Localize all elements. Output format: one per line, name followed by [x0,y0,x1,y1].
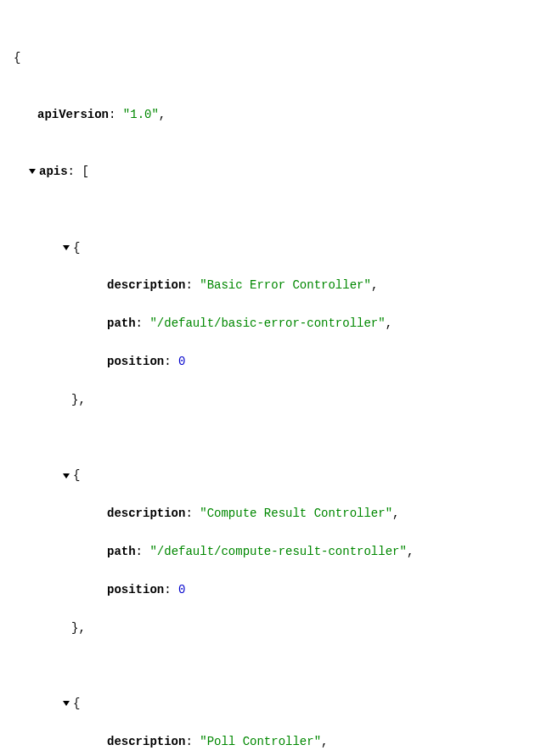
api-description-row: description: "Poll Controller", [14,732,538,751]
json-viewer: { apiVersion: "1.0", apis: [ { descripti… [14,10,538,756]
caret-down-icon[interactable] [63,701,70,706]
api-path-row: path: "/default/basic-error-controller", [14,314,538,333]
api-position-row: position: 0 [14,352,538,371]
api-item-open: { [14,238,538,257]
api-description-row: description: "Compute Result Controller"… [14,504,538,523]
api-item-close: }, [14,390,538,409]
caret-down-icon[interactable] [29,169,36,174]
api-item-open: { [14,694,538,713]
apiVersion-row: apiVersion: "1.0", [14,105,538,124]
apis-row: apis: [ [14,162,538,181]
api-item-close: }, [14,619,538,637]
api-position-row: position: 0 [14,580,538,599]
api-item-open: { [14,466,538,484]
api-path-row: path: "/default/compute-result-controlle… [14,542,538,561]
caret-down-icon[interactable] [63,473,70,479]
api-description-row: description: "Basic Error Controller", [14,276,538,294]
caret-down-icon[interactable] [63,245,70,250]
root-open: { [14,48,538,67]
